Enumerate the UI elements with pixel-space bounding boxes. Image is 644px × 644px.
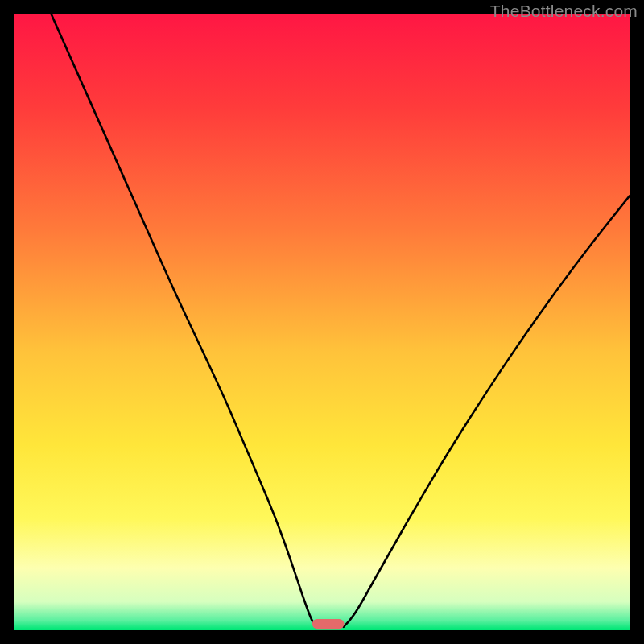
watermark-text: TheBottleneck.com: [490, 2, 638, 21]
bottom-marker: [312, 619, 345, 629]
chart-frame: [14, 14, 630, 630]
chart-plot: [14, 14, 630, 630]
gradient-area: [14, 14, 630, 630]
